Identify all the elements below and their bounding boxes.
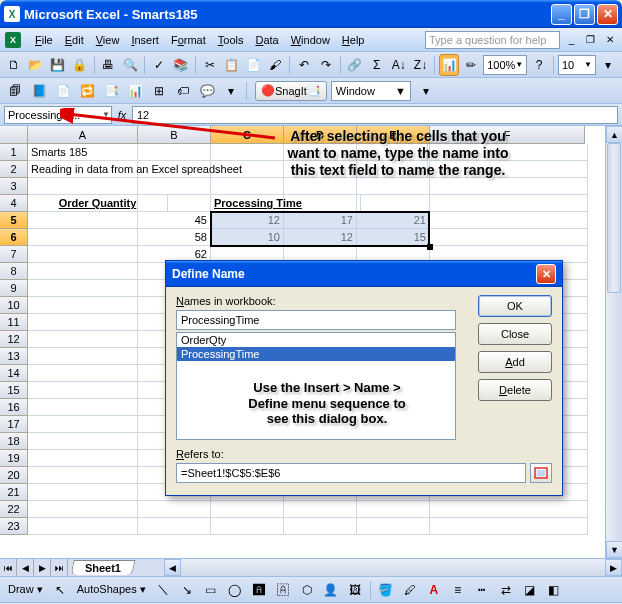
clipart-button[interactable]: 👤 (320, 579, 342, 601)
hyperlink-button[interactable]: 🔗 (345, 54, 365, 76)
scroll-left-button[interactable]: ◀ (164, 559, 181, 576)
fill-handle[interactable] (427, 244, 433, 250)
tab-nav-last[interactable]: ⏭ (51, 559, 68, 576)
list-item[interactable]: ProcessingTime (177, 347, 455, 361)
horizontal-scrollbar[interactable]: ◀ ▶ (164, 559, 622, 576)
menu-file[interactable]: File (29, 32, 59, 48)
row-header[interactable]: 16 (0, 399, 28, 416)
print-button[interactable]: 🖶 (98, 54, 118, 76)
picture-button[interactable]: 🖼 (344, 579, 366, 601)
row-header[interactable]: 17 (0, 416, 28, 433)
fill-color-button[interactable]: 🪣 (375, 579, 397, 601)
tb2-btn-overflow[interactable]: ▾ (220, 80, 242, 102)
menu-edit[interactable]: Edit (59, 32, 90, 48)
permission-button[interactable]: 🔒 (70, 54, 90, 76)
tab-nav-first[interactable]: ⏮ (0, 559, 17, 576)
name-input[interactable] (176, 310, 456, 330)
autoshapes-menu[interactable]: AutoShapes ▾ (73, 581, 150, 598)
new-button[interactable]: 🗋 (4, 54, 24, 76)
cell[interactable]: 21 (357, 212, 430, 229)
rectangle-button[interactable]: ▭ (200, 579, 222, 601)
cell[interactable]: 12 (211, 212, 284, 229)
cut-button[interactable]: ✂ (200, 54, 220, 76)
menu-format[interactable]: Format (165, 32, 212, 48)
snagit-target-combo[interactable]: Window▼ (331, 81, 411, 101)
sheet-tab[interactable]: Sheet1 (70, 560, 135, 575)
scroll-down-button[interactable]: ▼ (606, 541, 622, 558)
zoom-combo[interactable]: 100%▼ (483, 55, 527, 75)
menu-insert[interactable]: Insert (125, 32, 165, 48)
line-color-button[interactable]: 🖊 (399, 579, 421, 601)
close-dialog-button[interactable]: Close (478, 323, 552, 345)
line-style-button[interactable]: ≡ (447, 579, 469, 601)
tb2-btn6[interactable]: 📊 (124, 80, 146, 102)
cell[interactable]: 58 (138, 229, 211, 246)
row-header[interactable]: 19 (0, 450, 28, 467)
row-header[interactable]: 22 (0, 501, 28, 518)
col-header[interactable]: F (430, 126, 585, 144)
col-header[interactable]: C (211, 126, 284, 144)
menu-tools[interactable]: Tools (212, 32, 250, 48)
help-search-input[interactable] (425, 31, 560, 49)
row-header[interactable]: 12 (0, 331, 28, 348)
minimize-button[interactable]: _ (551, 4, 572, 25)
draw-menu[interactable]: Draw ▾ (4, 581, 47, 598)
workbook-icon[interactable]: X (5, 32, 21, 48)
cell[interactable]: Processing Time (211, 195, 361, 212)
row-header[interactable]: 8 (0, 263, 28, 280)
research-button[interactable]: 📚 (171, 54, 191, 76)
scroll-right-button[interactable]: ▶ (605, 559, 622, 576)
font-color-button[interactable]: A (423, 579, 445, 601)
tb2-btn9[interactable]: 💬 (196, 80, 218, 102)
shadow-button[interactable]: ◪ (519, 579, 541, 601)
menu-window[interactable]: Window (285, 32, 336, 48)
mdi-minimize-button[interactable]: _ (564, 32, 579, 47)
tb2-btn7[interactable]: ⊞ (148, 80, 170, 102)
col-header[interactable]: D (284, 126, 357, 144)
wordart-button[interactable]: 🇦 (272, 579, 294, 601)
cell[interactable]: 45 (138, 212, 211, 229)
drawing-toggle-button[interactable]: ✏ (461, 54, 481, 76)
fx-button[interactable]: fx (112, 109, 132, 121)
menu-data[interactable]: Data (249, 32, 284, 48)
row-header[interactable]: 20 (0, 467, 28, 484)
sort-asc-button[interactable]: A↓ (389, 54, 409, 76)
select-all-corner[interactable] (0, 126, 28, 144)
row-header[interactable]: 14 (0, 365, 28, 382)
oval-button[interactable]: ◯ (224, 579, 246, 601)
sort-desc-button[interactable]: Z↓ (411, 54, 431, 76)
format-painter-button[interactable]: 🖌 (265, 54, 285, 76)
tb2-btn1[interactable]: 🗐 (4, 80, 26, 102)
redo-button[interactable]: ↷ (316, 54, 336, 76)
open-button[interactable]: 📂 (26, 54, 46, 76)
row-header[interactable]: 15 (0, 382, 28, 399)
3d-button[interactable]: ◧ (543, 579, 565, 601)
dialog-close-button[interactable]: ✕ (536, 264, 556, 284)
formula-input[interactable] (132, 106, 618, 124)
tb2-btn8[interactable]: 🏷 (172, 80, 194, 102)
vertical-scrollbar[interactable]: ▲ ▼ (605, 126, 622, 558)
cell[interactable]: 12 (284, 229, 357, 246)
textbox-button[interactable]: 🅰 (248, 579, 270, 601)
mdi-close-button[interactable]: ✕ (602, 32, 617, 47)
row-header[interactable]: 6 (0, 229, 28, 246)
delete-button[interactable]: Delete (478, 379, 552, 401)
copy-button[interactable]: 📋 (222, 54, 242, 76)
help-button[interactable]: ? (529, 54, 549, 76)
cell[interactable]: Reading in data from an Excel spreadshee… (28, 161, 428, 178)
row-header[interactable]: 2 (0, 161, 28, 178)
menu-view[interactable]: View (90, 32, 126, 48)
row-header[interactable]: 1 (0, 144, 28, 161)
close-button[interactable]: ✕ (597, 4, 618, 25)
chart-wizard-button[interactable]: 📊 (439, 54, 459, 76)
dialog-titlebar[interactable]: Define Name ✕ (166, 261, 562, 287)
spelling-button[interactable]: ✓ (149, 54, 169, 76)
tb2-btn3[interactable]: 📄 (52, 80, 74, 102)
select-objects-button[interactable]: ↖ (49, 579, 71, 601)
snagit-overflow-button[interactable]: ▾ (415, 80, 437, 102)
autosum-button[interactable]: Σ (367, 54, 387, 76)
diagram-button[interactable]: ⬡ (296, 579, 318, 601)
row-header[interactable]: 23 (0, 518, 28, 535)
mdi-restore-button[interactable]: ❐ (583, 32, 598, 47)
row-header[interactable]: 4 (0, 195, 28, 212)
